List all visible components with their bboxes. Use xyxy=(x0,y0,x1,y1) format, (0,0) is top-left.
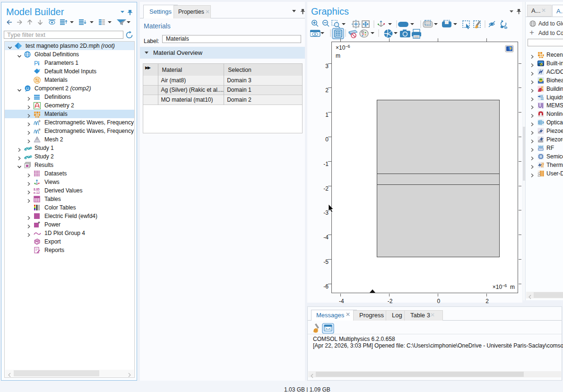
svg-text:P: P xyxy=(34,60,38,66)
svg-text:8.85: 8.85 xyxy=(34,188,40,191)
svg-text:Ω: Ω xyxy=(26,86,29,91)
svg-text:e-12: e-12 xyxy=(34,191,40,194)
